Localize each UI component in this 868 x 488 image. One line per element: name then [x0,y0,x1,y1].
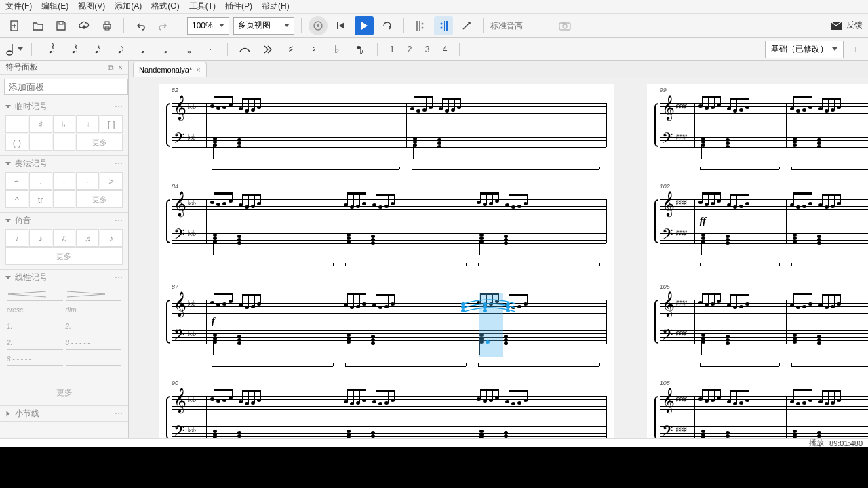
play-button[interactable] [355,16,374,35]
print-button[interactable] [98,16,117,35]
svg-point-14 [441,22,443,24]
flip-button[interactable] [351,41,369,58]
duration-32nd[interactable]: 𝅘𝅥𝅰 [63,41,81,58]
articulations-more[interactable]: 更多 [76,190,123,208]
undo-button[interactable] [131,16,150,35]
open-file-button[interactable] [28,16,47,35]
score-canvas[interactable]: 82𝄞𝄢♭♭♭♭♭♭84𝄞𝄢♭♭♭♭♭♭87𝄞𝄢♭♭♭♭♭♭f90𝄞𝄢♭♭♭♭♭… [129,77,868,438]
voice-4[interactable]: 4 [439,45,451,54]
svg-point-15 [441,26,443,28]
accidental-paren-cell[interactable]: ( ) [5,134,28,151]
workspace-label: 基础（已修改） [771,43,828,55]
menu-view[interactable]: 视图(V) [78,1,105,12]
accidental-cell[interactable]: ♮ [76,115,99,133]
menu-edit[interactable]: 编辑(E) [41,1,68,12]
articulation-cell[interactable]: ^ [5,190,28,208]
articulation-cell[interactable]: - [53,172,76,190]
line-cell[interactable] [66,369,122,382]
duration-64th[interactable]: 𝅘𝅥𝅱 [40,41,58,58]
accidental-cell[interactable]: ♯ [29,115,52,133]
redo-button[interactable] [154,16,173,35]
close-icon[interactable]: × [196,66,200,74]
new-file-button[interactable] [5,16,24,35]
grace-cell[interactable]: ♪ [29,229,52,247]
slur-button[interactable] [259,41,277,58]
workspace-select[interactable]: 基础（已修改） [765,41,844,58]
line-cell[interactable]: 8 - - - - - [66,336,122,350]
articulation-cell[interactable]: tr [29,190,52,208]
accidental-cell[interactable] [5,115,28,133]
line-cell[interactable]: 8 - - - - - [7,352,63,366]
grace-cell[interactable]: ♬ [76,229,99,247]
tie-button[interactable] [236,41,254,58]
menu-plugins[interactable]: 插件(P) [225,1,252,12]
line-cell[interactable]: cresc. [7,304,63,317]
duration-8th[interactable]: 𝅘𝅥𝅮 [109,41,127,58]
articulation-cell[interactable] [53,190,76,208]
sharp-button[interactable]: ♯ [282,41,300,58]
close-icon[interactable]: × [118,63,123,73]
metronome-button[interactable] [309,16,328,35]
section-barlines-header[interactable]: 小节线⋯ [0,406,128,421]
chevron-down-icon [219,24,224,27]
grace-cell[interactable]: ♪ [100,229,123,247]
menu-format[interactable]: 格式(O) [151,1,179,12]
accidental-cell[interactable] [53,134,76,151]
section-articulations-header[interactable]: 奏法记号⋯ [0,156,128,171]
line-cell[interactable] [7,369,63,382]
section-grace-header[interactable]: 倚音⋯ [0,213,128,228]
pitch-input[interactable] [490,18,551,34]
grace-cell[interactable]: ♫ [53,229,76,247]
save-button[interactable] [52,16,71,35]
line-cell[interactable] [7,287,63,301]
lines-more[interactable]: 更多 [7,385,121,400]
accidental-cell[interactable]: [ ] [100,115,123,133]
line-cell[interactable] [66,287,122,301]
articulation-cell[interactable]: ⌢ [5,172,28,190]
rewind-button[interactable] [332,16,351,35]
duration-16th[interactable]: 𝅘𝅥𝅯 [86,41,104,58]
pan-score-button[interactable] [457,16,476,35]
duration-half[interactable]: 𝅗𝅥 [155,41,173,58]
duration-whole[interactable]: 𝅝 [178,41,196,58]
view-mode-select[interactable]: 多页视图 [233,17,294,35]
natural-button[interactable]: ♮ [305,41,323,58]
undock-icon[interactable]: ⧉ [108,63,114,73]
grace-more[interactable]: 更多 [5,247,123,265]
duration-dot[interactable]: · [201,41,219,58]
loop-button[interactable] [378,16,397,35]
articulation-cell[interactable]: . [29,172,52,190]
grace-cell[interactable]: 𝆔 [5,229,28,247]
menu-help[interactable]: 帮助(H) [262,1,290,12]
line-cell[interactable]: 2. [7,336,63,350]
duration-quarter[interactable]: 𝅘𝅥 [132,41,150,58]
line-cell[interactable]: 1. [7,320,63,333]
flat-button[interactable]: ♭ [328,41,346,58]
voice-2[interactable]: 2 [403,45,416,54]
score-tab[interactable]: Nandemonaiya* × [133,62,207,77]
accidental-cell[interactable] [29,134,52,151]
snapshot-button[interactable] [555,16,574,35]
accidentals-more[interactable]: 更多 [76,134,123,151]
menu-add[interactable]: 添加(A) [115,1,142,12]
feedback-button[interactable]: 反馈 [830,20,863,31]
repeat-end-button[interactable] [434,16,453,35]
cloud-save-button[interactable] [75,16,94,35]
note-input-mode-button[interactable] [5,41,23,58]
voice-1[interactable]: 1 [386,45,398,54]
add-workspace-button[interactable]: + [849,43,863,56]
menu-file[interactable]: 文件(F) [5,1,32,12]
zoom-select[interactable]: 100% [187,17,229,35]
line-cell[interactable]: dim. [66,304,122,317]
accidental-cell[interactable]: ♭ [53,115,76,133]
section-accidentals-header[interactable]: 临时记号⋯ [0,99,128,114]
articulation-cell[interactable]: > [100,172,123,190]
repeat-start-button[interactable] [411,16,430,35]
line-cell[interactable] [66,352,122,366]
section-lines-header[interactable]: 线性记号⋯ [0,270,128,285]
voice-3[interactable]: 3 [421,45,433,54]
articulation-cell[interactable]: · [76,172,99,190]
palette-search-input[interactable] [4,79,128,95]
menu-tools[interactable]: 工具(T) [189,1,216,12]
line-cell[interactable]: 2. [66,320,122,333]
